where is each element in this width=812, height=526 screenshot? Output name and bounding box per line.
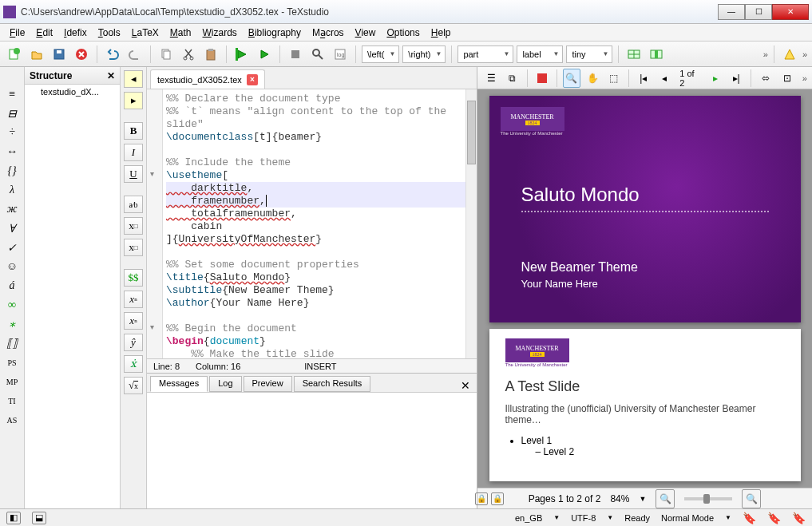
new-file-button[interactable] [5,45,24,64]
pv-fitwidth-button[interactable]: ⬄ [757,69,774,88]
undo-button[interactable] [103,45,122,64]
redo-button[interactable] [125,45,145,64]
sym-mp-icon[interactable]: MP [2,374,22,390]
sym-zh-icon[interactable]: ж [2,201,22,217]
fold-icon[interactable]: ▾ [150,322,154,331]
layout-bottom-button[interactable]: ⬓ [32,512,46,524]
pv-zoomin-button[interactable]: 🔍 [742,489,761,508]
table-insert-button[interactable] [624,45,644,64]
save-button[interactable] [50,45,69,64]
underline-button[interactable]: U [124,165,143,183]
right-delim-dropdown[interactable]: \right)▼ [402,45,446,63]
maximize-button[interactable]: ☐ [745,4,772,20]
menu-help[interactable]: Help [426,26,456,40]
compile-button[interactable] [255,45,274,64]
pv-prev-button[interactable]: ◂ [656,69,673,88]
lock-icon-2[interactable]: 🔒 [491,492,504,505]
bold-button[interactable]: B [124,122,143,140]
sectioning-dropdown[interactable]: part▼ [457,45,513,63]
editor-tab[interactable]: texstudio_dX3052.tex × [150,69,265,89]
sym-as-icon[interactable]: AS [2,412,22,428]
tab-close-icon[interactable]: × [247,74,258,85]
menu-tools[interactable]: Tools [93,26,125,40]
status-encoding[interactable]: UTF-8 [571,513,596,523]
bookmark-prev-button[interactable]: ◂ [124,70,143,88]
bookmark-1-icon[interactable]: 🔖 [743,512,756,524]
close-file-button[interactable] [72,45,91,64]
editor-scrollbar[interactable] [465,89,477,358]
vec-button[interactable]: ẋ [124,355,143,373]
sym-ti-icon[interactable]: TI [2,393,22,409]
sym-star-icon[interactable]: ∗ [2,316,22,332]
pv-config-button[interactable]: ☰ [482,69,500,88]
bookmark-2-icon[interactable]: 🔖 [767,512,781,524]
view-pdf-button[interactable] [308,45,327,64]
subscript-button[interactable]: x□ [124,217,143,235]
pv-magnify-button[interactable]: 🔍 [563,69,580,88]
menu-macros[interactable]: Ma̲cros [307,26,349,40]
open-file-button[interactable] [27,45,46,64]
tab-preview[interactable]: Preview [244,376,292,392]
code-editor[interactable]: ▾ ▾ %% Declare the document type %% `t` … [147,89,477,358]
tab-search-results[interactable]: Search Results [294,376,371,392]
menu-bibliography[interactable]: Bibliography [244,26,306,40]
superscript-button[interactable]: x□ [124,239,143,256]
italic-button[interactable]: I [124,144,143,161]
menu-math[interactable]: Math [165,26,196,40]
spellcheck-button[interactable] [780,45,799,64]
pv-next-button[interactable]: ▸ [707,69,724,88]
structure-close-icon[interactable]: ✕ [107,70,115,81]
menu-file[interactable]: File [5,26,30,40]
copy-button[interactable] [156,45,176,64]
left-delim-dropdown[interactable]: \left(▼ [362,45,399,63]
tab-log[interactable]: Log [209,376,241,392]
tab-messages[interactable]: Messages [150,376,208,392]
bookmark-3-icon[interactable]: 🔖 [792,512,806,524]
menu-idefix[interactable]: Idefix [59,26,92,40]
sup-n-button[interactable]: xn [124,312,143,330]
preview-content[interactable]: MANCHESTER 1824 The University of Manche… [477,89,812,488]
inline-math-button[interactable]: $$ [124,269,143,287]
menu-latex[interactable]: LaTeX [127,26,164,40]
menu-edit[interactable]: Edit [31,26,57,40]
sub-n-button[interactable]: xn [124,291,143,308]
menu-wizards[interactable]: Wizards [198,26,242,40]
messages-close-icon[interactable]: ✕ [461,379,470,392]
sym-smile-icon[interactable]: ☺ [2,259,22,275]
stop-button[interactable] [286,45,305,64]
sym-leftrightarrow-icon[interactable]: ↔ [2,144,22,160]
zoom-slider[interactable] [684,497,732,500]
structure-item[interactable]: texstudio_dX... [25,85,120,99]
status-lang[interactable]: en_GB [515,513,542,523]
sym-braces-icon[interactable]: {} [2,163,22,179]
pv-select-button[interactable]: ⬚ [604,69,622,88]
pv-overflow-icon[interactable]: » [802,73,807,83]
menu-view[interactable]: View [351,26,381,40]
pv-zoomout-button[interactable]: 🔍 [656,489,675,508]
frac-button[interactable]: a⁄b [124,196,143,213]
table-col-button[interactable] [647,45,666,64]
pv-hand-button[interactable]: ✋ [584,69,601,88]
cut-button[interactable] [179,45,198,64]
sym-at-icon[interactable]: ⊟ [2,105,22,121]
pv-open-button[interactable] [533,69,551,88]
view-log-button[interactable]: log [331,45,350,64]
fontsize-dropdown[interactable]: tiny▼ [566,45,612,63]
sym-check-icon[interactable]: ✓ [2,239,22,255]
build-button[interactable] [232,45,252,64]
pv-split-button[interactable]: ⧉ [503,69,521,88]
sym-infinity-icon[interactable]: ∞ [2,297,22,313]
sym-brackets-icon[interactable]: ⟦⟧ [2,335,22,351]
pv-fitpage-button[interactable]: ⊡ [778,69,796,88]
sym-lambda-icon[interactable]: λ [2,182,22,198]
status-editmode[interactable]: Normal Mode [661,513,714,523]
bookmark-next-button[interactable]: ▸ [124,92,143,109]
sym-structure-icon[interactable]: ≡ [2,86,22,102]
close-button[interactable]: ✕ [772,4,809,20]
menu-options[interactable]: Options [382,26,424,40]
pv-last-button[interactable]: ▸| [727,69,745,88]
paste-button[interactable] [201,45,220,64]
hat-button[interactable]: ŷ [124,334,143,351]
toolbar-overflow-icon-2[interactable]: » [802,49,807,59]
toolbar-overflow-icon[interactable]: » [763,49,768,59]
